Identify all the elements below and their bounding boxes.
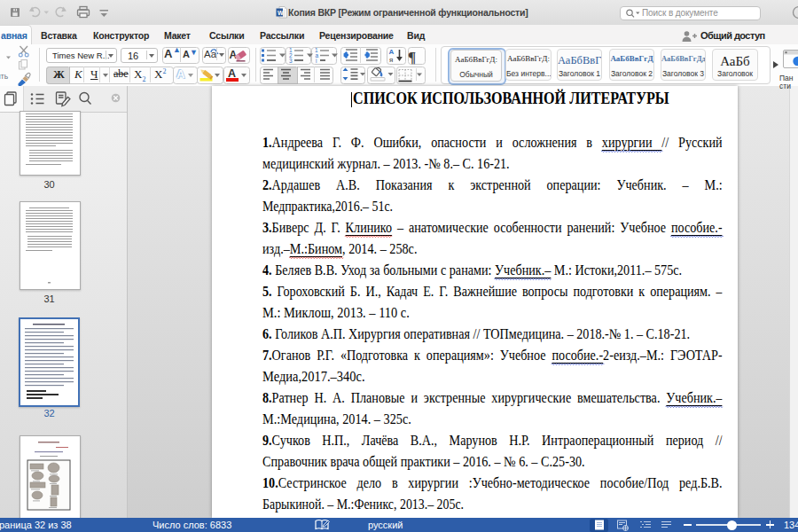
svg-text:3: 3 <box>289 58 293 64</box>
svg-text:А: А <box>389 48 395 56</box>
svg-text:A: A <box>230 49 238 61</box>
svg-text:W: W <box>278 10 284 16</box>
svg-text:¶: ¶ <box>408 49 416 66</box>
svg-text:я: я <box>389 56 393 64</box>
svg-text:i: i <box>316 58 317 64</box>
